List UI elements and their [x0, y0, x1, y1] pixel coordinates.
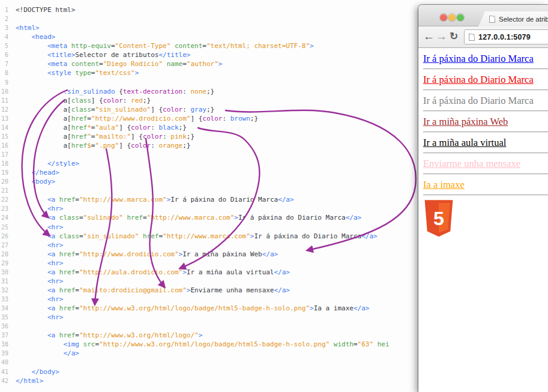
line-content: <!DOCTYPE html>	[16, 5, 75, 14]
horizontal-rule	[423, 110, 548, 112]
line-number: 42	[0, 376, 16, 385]
line-number: 1	[0, 5, 16, 14]
code-line: 10 .sin_sulinado {text-decoration: none;…	[0, 87, 390, 96]
line-number: 39	[0, 349, 16, 358]
code-line: 18 </style>	[0, 159, 390, 168]
line-content: a[class] {color: red;}	[16, 96, 151, 105]
line-number: 36	[0, 322, 16, 331]
close-window-button[interactable]	[440, 14, 447, 21]
line-content: <a href="http://www.w3.org/html/logo/">	[16, 331, 202, 340]
code-line: 6 <title>Selector de atributos</title>	[0, 50, 390, 59]
code-line: 8 <style type="text/css">	[0, 68, 390, 77]
html5-badge-image[interactable]: 5	[423, 200, 454, 237]
line-content: </style>	[16, 159, 79, 168]
code-line: 17	[0, 150, 390, 159]
line-content: <title>Selector de atributos</title>	[16, 50, 190, 59]
code-line: 37 <a href="http://www.w3.org/html/logo/…	[0, 331, 390, 340]
line-content: a[class="sin_sulinado"] {color: gray;}	[16, 105, 214, 114]
line-content: <meta http-equiv="Content-Type" content=…	[16, 41, 314, 50]
browser-tab[interactable]: Selector de atributos	[478, 11, 548, 26]
line-number: 35	[0, 313, 16, 322]
page-link[interactable]: Ia a imaxe	[423, 179, 465, 190]
line-number: 4	[0, 32, 16, 41]
rendered-page: Ir á páxina do Diario MarcaIr á páxina d…	[418, 48, 548, 392]
code-line: 9	[0, 78, 390, 87]
line-number: 15	[0, 132, 16, 141]
code-line: 30 <a href="http://aula.drodicio.com">Ir…	[0, 268, 390, 277]
line-content: </a>	[16, 349, 79, 358]
code-line: 27 <hr>	[0, 241, 390, 250]
code-line: 16 a[href$=".png"] {color: orange;}	[0, 141, 390, 150]
line-number: 6	[0, 50, 16, 59]
code-line: 12 a[class="sin_sulinado"] {color: gray;…	[0, 105, 390, 114]
browser-window: Selector de atributos ← → ↻ 127.0.0.1:50…	[418, 5, 548, 392]
line-content: a[href*="aula"] {color: black;}	[16, 123, 187, 132]
code-line: 31 <hr>	[0, 277, 390, 286]
forward-button[interactable]: →	[436, 28, 447, 45]
code-line: 11 a[class] {color: red;}	[0, 96, 390, 105]
code-line: 26 <a class="sin_sulinado" href="http://…	[0, 232, 390, 241]
horizontal-rule	[423, 89, 548, 91]
line-number: 25	[0, 223, 16, 232]
back-button[interactable]: ←	[423, 28, 435, 45]
horizontal-rule	[423, 173, 548, 175]
horizontal-rule	[423, 131, 548, 133]
line-content: </head>	[16, 168, 59, 177]
page-link[interactable]: Ir a miña páxina Web	[423, 116, 508, 127]
line-number: 27	[0, 241, 16, 250]
line-number: 26	[0, 232, 16, 241]
url-text: 127.0.0.1:5079	[478, 33, 531, 41]
reload-button[interactable]: ↻	[450, 28, 458, 45]
line-content: <hr>	[16, 313, 63, 322]
line-number: 21	[0, 186, 16, 195]
line-content: <a href="http://www.w3.org/html/logo/bad…	[16, 304, 369, 313]
code-line: 14 a[href*="aula"] {color: black;}	[0, 123, 390, 132]
line-number: 34	[0, 304, 16, 313]
code-line: 4 <head>	[0, 32, 390, 41]
page-link[interactable]: Ir á páxina do Diario Marca	[423, 74, 534, 85]
line-number: 20	[0, 177, 16, 186]
page-link[interactable]: Ir á páxina do Diario Marca	[423, 53, 534, 64]
line-content: <a href="http://www.marca.com">Ir á páxi…	[16, 195, 294, 204]
zoom-window-button[interactable]	[457, 14, 464, 21]
code-line: 34 <a href="http://www.w3.org/html/logo/…	[0, 304, 390, 313]
line-content: <a class="sulinado" href="http://www.mar…	[16, 213, 361, 222]
line-number: 29	[0, 259, 16, 268]
line-number: 38	[0, 340, 16, 349]
code-line: 42</html>	[0, 376, 390, 385]
line-content: <hr>	[16, 295, 63, 304]
code-line: 39 </a>	[0, 349, 390, 358]
line-content: a[href^="mailto:"] {color: pink;}	[16, 132, 194, 141]
line-content: <meta content="Diego Rodicio" name="auth…	[16, 59, 222, 68]
line-content: <body>	[16, 177, 55, 186]
code-line: 29 <hr>	[0, 259, 390, 268]
line-number: 22	[0, 195, 16, 204]
line-content: </body>	[16, 367, 59, 376]
page-link[interactable]: Ir a miña aula virtual	[423, 137, 506, 148]
url-page-icon	[469, 34, 475, 41]
code-line: 3<html>	[0, 23, 390, 32]
address-bar[interactable]: 127.0.0.1:5079	[464, 29, 548, 44]
code-line: 35 <hr>	[0, 313, 390, 322]
browser-titlebar[interactable]: Selector de atributos	[418, 5, 548, 26]
svg-text:5: 5	[433, 208, 444, 229]
line-number: 2	[0, 14, 16, 23]
line-number: 14	[0, 123, 16, 132]
code-line: 40	[0, 358, 390, 367]
line-number: 9	[0, 78, 16, 87]
line-number: 13	[0, 114, 16, 123]
line-number: 3	[0, 23, 16, 32]
page-link[interactable]: Enviarme unha mensaxe	[423, 158, 520, 169]
line-content: a[href="http://www.drodicio.com"] {color…	[16, 114, 258, 123]
minimize-window-button[interactable]	[448, 14, 456, 21]
page-link[interactable]: Ir á páxina do Diario Marca	[423, 95, 534, 106]
line-number: 28	[0, 250, 16, 259]
line-number: 16	[0, 141, 16, 150]
line-number: 17	[0, 150, 16, 159]
code-line: 20 <body>	[0, 177, 390, 186]
code-line: 5 <meta http-equiv="Content-Type" conten…	[0, 41, 390, 50]
line-content: <a href="http://www.drodicio.com">Ir a m…	[16, 250, 278, 259]
horizontal-rule	[423, 194, 548, 196]
code-lines: 1<!DOCTYPE html>23<html>4 <head>5 <meta …	[0, 5, 390, 385]
code-line: 32 <a href="mailto:drodicio@gmail.com">E…	[0, 286, 390, 295]
